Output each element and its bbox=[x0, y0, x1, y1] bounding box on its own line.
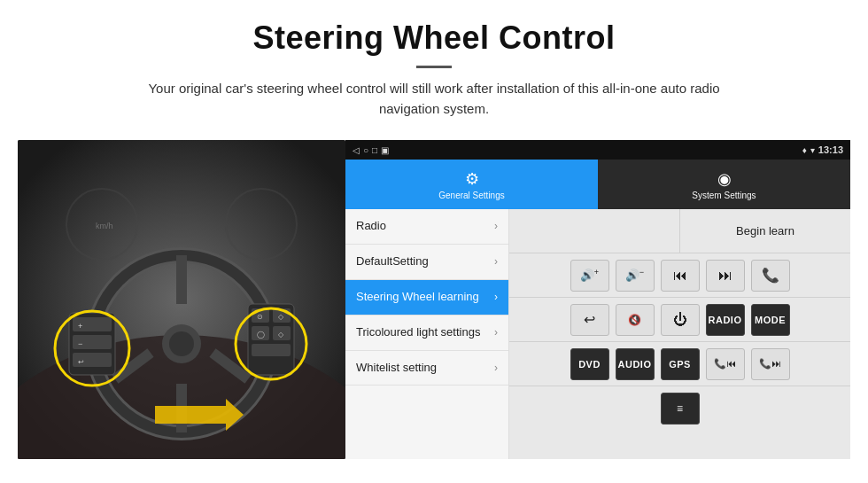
control-row-3: ↩ 🔇 ⏻ RADIO MODE bbox=[509, 298, 850, 342]
audio-button[interactable]: AUDIO bbox=[616, 348, 655, 380]
left-menu: Radio › DefaultSetting › Steering Wheel … bbox=[345, 209, 509, 459]
title-divider bbox=[416, 66, 452, 68]
page-header: Steering Wheel Control Your original car… bbox=[0, 0, 868, 128]
signal-icon: ▾ bbox=[810, 145, 815, 155]
svg-text:km/h: km/h bbox=[96, 222, 113, 230]
call-prev-icon: 📞⏮ bbox=[714, 358, 736, 370]
menu-item-radio-label: Radio bbox=[356, 219, 494, 234]
right-panel: Begin learn 🔊+ 🔊− ⏮ ⏭ bbox=[509, 209, 850, 459]
chevron-icon: › bbox=[494, 362, 498, 374]
chevron-icon: › bbox=[494, 326, 498, 339]
menu-icon: ▣ bbox=[381, 145, 389, 155]
gps-button[interactable]: GPS bbox=[661, 348, 700, 380]
page-subtitle: Your original car's steering wheel contr… bbox=[124, 79, 744, 119]
menu-item-steering[interactable]: Steering Wheel learning › bbox=[345, 280, 508, 316]
power-button[interactable]: ⏻ bbox=[661, 304, 700, 336]
empty-cell-1 bbox=[509, 209, 680, 253]
menu-item-default-setting[interactable]: DefaultSetting › bbox=[345, 245, 508, 280]
svg-point-9 bbox=[169, 331, 194, 356]
chevron-icon: › bbox=[494, 220, 498, 232]
car-image: + − ↩ ⊙ ◇ ◯ ◇ bbox=[18, 140, 345, 459]
main-body: Radio › DefaultSetting › Steering Wheel … bbox=[345, 209, 850, 459]
svg-text:◯: ◯ bbox=[257, 331, 265, 339]
radio-label: RADIO bbox=[709, 315, 742, 325]
radio-button[interactable]: RADIO bbox=[706, 304, 745, 336]
recents-icon: □ bbox=[372, 145, 377, 155]
chevron-icon: › bbox=[494, 291, 498, 303]
call-icon: 📞 bbox=[762, 267, 779, 284]
vol-up-icon: 🔊+ bbox=[580, 268, 599, 282]
dvd-label: DVD bbox=[578, 359, 601, 370]
home-icon: ○ bbox=[363, 145, 368, 155]
back-icon: ◁ bbox=[353, 145, 360, 155]
vol-down-icon: 🔊− bbox=[625, 268, 644, 282]
answer-button[interactable]: ↩ bbox=[570, 304, 609, 336]
status-time: 13:13 bbox=[818, 144, 843, 155]
svg-text:−: − bbox=[78, 339, 82, 348]
call-next-button[interactable]: 📞⏭ bbox=[751, 348, 790, 380]
location-icon: ♦ bbox=[802, 145, 807, 155]
svg-text:◇: ◇ bbox=[278, 331, 284, 339]
list-button[interactable]: ≡ bbox=[661, 393, 700, 425]
mode-label: MODE bbox=[755, 315, 786, 325]
status-right: ♦ ▾ 13:13 bbox=[802, 144, 843, 155]
call-prev-button[interactable]: 📞⏮ bbox=[706, 348, 745, 380]
audio-label: AUDIO bbox=[618, 359, 652, 370]
gps-label: GPS bbox=[669, 359, 691, 370]
general-settings-icon: ⚙ bbox=[465, 169, 479, 189]
dvd-button[interactable]: DVD bbox=[570, 348, 609, 380]
mute-button[interactable]: 🔇 bbox=[616, 304, 655, 336]
content-area: + − ↩ ⊙ ◇ ◯ ◇ bbox=[18, 140, 850, 459]
power-icon: ⏻ bbox=[673, 312, 687, 328]
prev-track-button[interactable]: ⏮ bbox=[661, 260, 700, 292]
tab-bar: ⚙ General Settings ◉ System Settings bbox=[345, 160, 850, 209]
menu-item-whitelist-label: Whitelist setting bbox=[356, 361, 494, 376]
control-row-5: ≡ bbox=[509, 386, 850, 431]
tab-general-label: General Settings bbox=[438, 191, 505, 200]
svg-rect-22 bbox=[252, 344, 291, 356]
menu-item-default-label: DefaultSetting bbox=[356, 254, 494, 269]
answer-icon: ↩ bbox=[584, 311, 595, 328]
call-button[interactable]: 📞 bbox=[751, 260, 790, 292]
menu-item-whitelist[interactable]: Whitelist setting › bbox=[345, 351, 508, 386]
system-settings-icon: ◉ bbox=[717, 169, 732, 189]
mode-button[interactable]: MODE bbox=[751, 304, 790, 336]
call-next-icon: 📞⏭ bbox=[759, 358, 781, 370]
svg-text:◇: ◇ bbox=[278, 313, 284, 321]
steering-wheel-illustration: + − ↩ ⊙ ◇ ◯ ◇ bbox=[18, 140, 345, 459]
tab-system-settings[interactable]: ◉ System Settings bbox=[598, 160, 850, 209]
vol-down-button[interactable]: 🔊− bbox=[616, 260, 655, 292]
control-row-1: Begin learn bbox=[509, 209, 850, 253]
menu-item-tricolour[interactable]: Tricoloured light settings › bbox=[345, 316, 508, 351]
status-bar: ◁ ○ □ ▣ ♦ ▾ 13:13 bbox=[345, 140, 850, 160]
prev-track-icon: ⏮ bbox=[673, 268, 687, 284]
nav-icons: ◁ ○ □ ▣ bbox=[353, 145, 389, 155]
begin-learn-button[interactable]: Begin learn bbox=[680, 209, 850, 253]
next-track-button[interactable]: ⏭ bbox=[706, 260, 745, 292]
page-title: Steering Wheel Control bbox=[18, 19, 850, 57]
android-ui: ◁ ○ □ ▣ ♦ ▾ 13:13 ⚙ General Settings ◉ S… bbox=[345, 140, 850, 459]
control-row-4: DVD AUDIO GPS 📞⏮ 📞⏭ bbox=[509, 342, 850, 386]
control-row-2: 🔊+ 🔊− ⏮ ⏭ 📞 bbox=[509, 253, 850, 298]
svg-text:↩: ↩ bbox=[78, 358, 84, 366]
mute-icon: 🔇 bbox=[628, 314, 641, 326]
begin-learn-label: Begin learn bbox=[736, 224, 794, 238]
vol-up-button[interactable]: 🔊+ bbox=[570, 260, 609, 292]
list-icon: ≡ bbox=[677, 402, 683, 415]
tab-system-label: System Settings bbox=[692, 191, 756, 200]
menu-item-tricolour-label: Tricoloured light settings bbox=[356, 325, 494, 340]
menu-item-steering-label: Steering Wheel learning bbox=[356, 290, 494, 305]
tab-general-settings[interactable]: ⚙ General Settings bbox=[345, 160, 598, 209]
svg-text:⊙: ⊙ bbox=[257, 313, 263, 321]
chevron-icon: › bbox=[494, 255, 498, 268]
svg-text:+: + bbox=[78, 322, 82, 331]
menu-item-radio[interactable]: Radio › bbox=[345, 209, 508, 245]
next-track-icon: ⏭ bbox=[718, 268, 732, 284]
